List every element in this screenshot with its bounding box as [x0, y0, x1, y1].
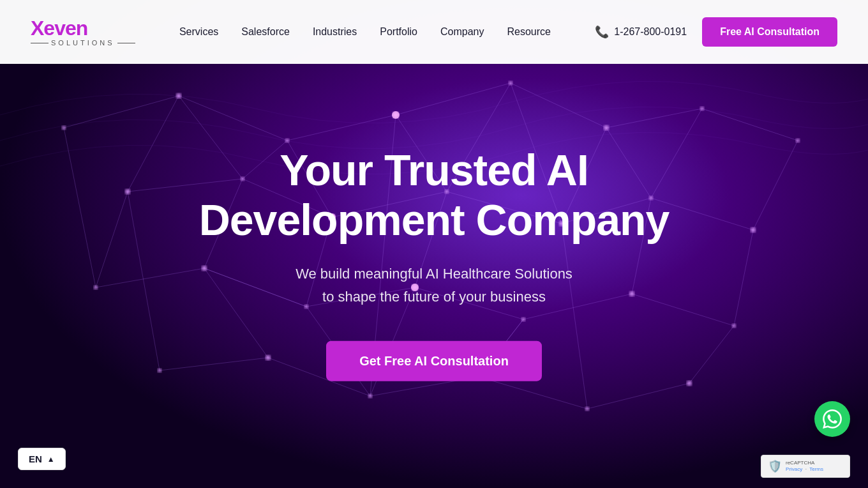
logo[interactable]: Xeven SOLUTIONS [31, 18, 135, 47]
phone-icon: 📞 [595, 25, 609, 39]
logo-text: Xeven SOLUTIONS [31, 18, 135, 47]
free-consultation-button[interactable]: Free AI Consultation [702, 17, 837, 47]
svg-point-61 [125, 189, 130, 194]
header-right: 📞 1-267-800-0191 Free AI Consultation [595, 17, 837, 47]
phone-link[interactable]: 📞 1-267-800-0191 [595, 25, 687, 39]
chevron-up-icon: ▲ [47, 455, 55, 464]
svg-point-80 [687, 381, 692, 386]
language-switcher[interactable]: EN ▲ [18, 448, 66, 470]
svg-point-55 [285, 139, 289, 142]
hero-subtitle: We build meaningful AI Healthcare Soluti… [147, 263, 721, 307]
svg-point-81 [392, 111, 400, 119]
recaptcha-terms-link[interactable]: Terms [809, 466, 823, 472]
svg-point-79 [585, 407, 589, 411]
main-nav: Services Salesforce Industries Portfolio… [179, 26, 551, 38]
svg-point-74 [732, 324, 736, 328]
nav-item-salesforce[interactable]: Salesforce [241, 26, 290, 38]
phone-number: 1-267-800-0191 [614, 26, 687, 38]
language-label: EN [29, 454, 42, 464]
hero-subtitle-line1: We build meaningful AI Healthcare Soluti… [296, 266, 572, 282]
svg-point-77 [368, 394, 372, 398]
hero-cta-button[interactable]: Get Free AI Consultation [326, 340, 542, 381]
nav-item-company[interactable]: Company [440, 26, 484, 38]
nav-item-portfolio[interactable]: Portfolio [380, 26, 417, 38]
recaptcha-info: reCAPTCHA Privacy · Terms [786, 460, 823, 473]
logo-even: even [43, 17, 87, 40]
recaptcha-privacy-link[interactable]: Privacy [786, 466, 802, 472]
logo-x: X [31, 17, 43, 40]
hero-subtitle-line2: to shape the future of your business [322, 288, 546, 304]
logo-brand-name: Xeven [31, 18, 135, 38]
hero-content: Your Trusted AI Development Company We b… [147, 145, 721, 381]
svg-point-67 [751, 227, 756, 233]
logo-tagline: SOLUTIONS [31, 40, 135, 47]
nav-item-industries[interactable]: Industries [313, 26, 357, 38]
svg-point-53 [62, 126, 66, 130]
hero-section: Your Trusted AI Development Company We b… [0, 0, 868, 488]
whatsapp-icon [823, 409, 842, 429]
whatsapp-button[interactable] [814, 401, 850, 437]
hero-title-line2: Development Company [199, 195, 670, 244]
hero-title-line1: Your Trusted AI [280, 146, 588, 194]
svg-point-57 [509, 81, 513, 85]
main-header: Xeven SOLUTIONS Services Salesforce Indu… [0, 0, 868, 64]
recaptcha-links: Privacy · Terms [786, 466, 823, 473]
svg-point-68 [94, 286, 98, 289]
nav-item-resource[interactable]: Resource [507, 26, 550, 38]
svg-point-58 [604, 125, 609, 130]
svg-point-60 [796, 139, 800, 142]
recaptcha-logo: 🛡️ [768, 459, 782, 473]
recaptcha-text: reCAPTCHA [786, 460, 823, 466]
nav-item-services[interactable]: Services [179, 26, 218, 38]
recaptcha-badge: 🛡️ reCAPTCHA Privacy · Terms [761, 455, 850, 478]
hero-title: Your Trusted AI Development Company [147, 145, 721, 245]
